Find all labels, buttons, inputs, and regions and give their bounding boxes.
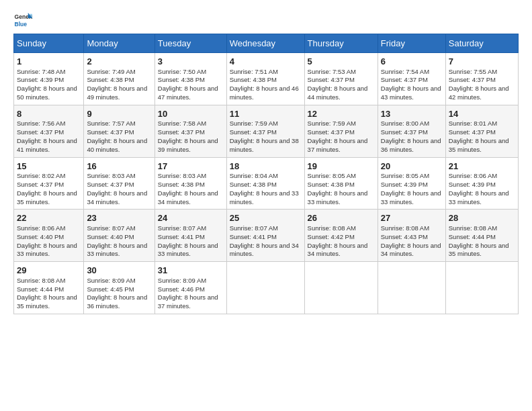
page: General Blue SundayMondayTuesdayWednesda… (0, 0, 532, 321)
day-cell: 17Sunrise: 8:03 AMSunset: 4:38 PMDayligh… (154, 157, 226, 210)
sunset-label: Sunset: 4:37 PM (158, 128, 205, 136)
sunset-label: Sunset: 4:46 PM (158, 285, 205, 293)
daylight-label: Daylight: 8 hours and 33 minutes. (230, 189, 299, 205)
header-friday: Friday (378, 34, 445, 53)
sunset-label: Sunset: 4:38 PM (158, 76, 205, 83)
day-number: 1 (17, 56, 81, 68)
daylight-label: Daylight: 8 hours and 43 minutes. (381, 85, 441, 101)
day-cell: 23Sunrise: 8:07 AMSunset: 4:40 PMDayligh… (84, 210, 154, 262)
header-tuesday: Tuesday (154, 34, 226, 53)
day-cell (304, 262, 378, 314)
day-cell: 27Sunrise: 8:08 AMSunset: 4:43 PMDayligh… (378, 210, 445, 262)
sunset-label: Sunset: 4:39 PM (381, 181, 428, 188)
sunrise-label: Sunrise: 7:49 AM (87, 68, 135, 75)
sunrise-label: Sunrise: 8:06 AM (449, 172, 497, 179)
daylight-label: Daylight: 8 hours and 50 minutes. (17, 85, 77, 101)
day-cell: 11Sunrise: 7:59 AMSunset: 4:37 PMDayligh… (226, 105, 304, 157)
sunset-label: Sunset: 4:40 PM (17, 233, 64, 240)
daylight-label: Daylight: 8 hours and 33 minutes. (87, 242, 147, 258)
day-number: 25 (230, 212, 302, 224)
sunset-label: Sunset: 4:43 PM (381, 233, 428, 240)
sunrise-label: Sunrise: 8:08 AM (17, 277, 65, 284)
daylight-label: Daylight: 8 hours and 34 minutes. (158, 189, 218, 205)
day-cell: 25Sunrise: 8:07 AMSunset: 4:41 PMDayligh… (226, 210, 304, 262)
sunset-label: Sunset: 4:40 PM (87, 233, 134, 240)
daylight-label: Daylight: 8 hours and 34 minutes. (381, 242, 441, 258)
day-number: 22 (17, 212, 81, 224)
sunrise-label: Sunrise: 8:02 AM (17, 172, 65, 179)
day-number: 11 (230, 108, 302, 120)
day-number: 28 (449, 212, 515, 224)
sunrise-label: Sunrise: 7:55 AM (449, 68, 497, 75)
day-cell: 26Sunrise: 8:08 AMSunset: 4:42 PMDayligh… (304, 210, 378, 262)
sunset-label: Sunset: 4:41 PM (158, 233, 205, 240)
day-number: 19 (308, 161, 375, 173)
sunset-label: Sunset: 4:42 PM (308, 233, 355, 240)
sunset-label: Sunset: 4:37 PM (87, 128, 134, 136)
day-cell: 4Sunrise: 7:51 AMSunset: 4:38 PMDaylight… (226, 53, 304, 105)
daylight-label: Daylight: 8 hours and 35 minutes. (449, 242, 509, 258)
header-area: General Blue (13, 11, 519, 30)
day-number: 3 (158, 56, 224, 68)
day-number: 8 (17, 108, 81, 120)
sunset-label: Sunset: 4:38 PM (230, 76, 277, 83)
day-number: 6 (381, 56, 443, 68)
day-cell: 22Sunrise: 8:06 AMSunset: 4:40 PMDayligh… (14, 210, 84, 262)
sunset-label: Sunset: 4:37 PM (230, 128, 277, 136)
day-cell: 5Sunrise: 7:53 AMSunset: 4:37 PMDaylight… (304, 53, 378, 105)
sunrise-label: Sunrise: 8:03 AM (158, 172, 206, 179)
day-cell: 30Sunrise: 8:09 AMSunset: 4:45 PMDayligh… (84, 262, 154, 314)
sunrise-label: Sunrise: 8:08 AM (449, 224, 497, 232)
day-number: 18 (230, 161, 302, 173)
sunrise-label: Sunrise: 8:08 AM (308, 224, 356, 232)
sunset-label: Sunset: 4:38 PM (87, 76, 134, 83)
calendar-table: SundayMondayTuesdayWednesdayThursdayFrid… (13, 34, 519, 314)
day-cell: 28Sunrise: 8:08 AMSunset: 4:44 PMDayligh… (445, 210, 518, 262)
day-cell: 29Sunrise: 8:08 AMSunset: 4:44 PMDayligh… (14, 262, 84, 314)
sunrise-label: Sunrise: 8:00 AM (381, 120, 429, 127)
day-number: 26 (308, 212, 375, 224)
week-row-5: 29Sunrise: 8:08 AMSunset: 4:44 PMDayligh… (14, 262, 519, 314)
sunset-label: Sunset: 4:37 PM (308, 76, 355, 83)
sunrise-label: Sunrise: 8:07 AM (230, 224, 278, 232)
day-cell: 9Sunrise: 7:57 AMSunset: 4:37 PMDaylight… (84, 105, 154, 157)
sunrise-label: Sunrise: 8:07 AM (87, 224, 135, 232)
sunrise-label: Sunrise: 7:50 AM (158, 68, 206, 75)
daylight-label: Daylight: 8 hours and 40 minutes. (87, 137, 147, 153)
sunset-label: Sunset: 4:39 PM (17, 76, 64, 83)
day-cell (378, 262, 445, 314)
day-number: 23 (87, 212, 151, 224)
sunrise-label: Sunrise: 8:03 AM (87, 172, 135, 179)
daylight-label: Daylight: 8 hours and 46 minutes. (230, 85, 299, 101)
day-number: 15 (17, 161, 81, 173)
sunrise-label: Sunrise: 7:54 AM (381, 68, 429, 75)
header-monday: Monday (84, 34, 154, 53)
daylight-label: Daylight: 8 hours and 39 minutes. (158, 137, 218, 153)
day-number: 14 (449, 108, 515, 120)
sunrise-label: Sunrise: 7:48 AM (17, 68, 65, 75)
day-cell: 7Sunrise: 7:55 AMSunset: 4:37 PMDaylight… (445, 53, 518, 105)
sunset-label: Sunset: 4:37 PM (449, 76, 496, 83)
daylight-label: Daylight: 8 hours and 41 minutes. (17, 137, 77, 153)
daylight-label: Daylight: 8 hours and 42 minutes. (449, 85, 509, 101)
header-row: SundayMondayTuesdayWednesdayThursdayFrid… (14, 34, 519, 53)
day-number: 2 (87, 56, 151, 68)
day-cell: 13Sunrise: 8:00 AMSunset: 4:37 PMDayligh… (378, 105, 445, 157)
sunset-label: Sunset: 4:37 PM (381, 76, 428, 83)
sunrise-label: Sunrise: 8:06 AM (17, 224, 65, 232)
sunrise-label: Sunrise: 7:56 AM (17, 120, 65, 127)
sunset-label: Sunset: 4:41 PM (230, 233, 277, 240)
sunrise-label: Sunrise: 8:01 AM (449, 120, 497, 127)
day-cell: 20Sunrise: 8:05 AMSunset: 4:39 PMDayligh… (378, 157, 445, 210)
day-number: 24 (158, 212, 224, 224)
daylight-label: Daylight: 8 hours and 33 minutes. (449, 189, 509, 205)
day-number: 20 (381, 161, 443, 173)
day-number: 21 (449, 161, 515, 173)
daylight-label: Daylight: 8 hours and 37 minutes. (308, 137, 368, 153)
daylight-label: Daylight: 8 hours and 33 minutes. (158, 242, 218, 258)
day-number: 17 (158, 161, 224, 173)
day-number: 10 (158, 108, 224, 120)
daylight-label: Daylight: 8 hours and 33 minutes. (308, 189, 368, 205)
day-number: 5 (308, 56, 375, 68)
sunrise-label: Sunrise: 8:07 AM (158, 224, 206, 232)
